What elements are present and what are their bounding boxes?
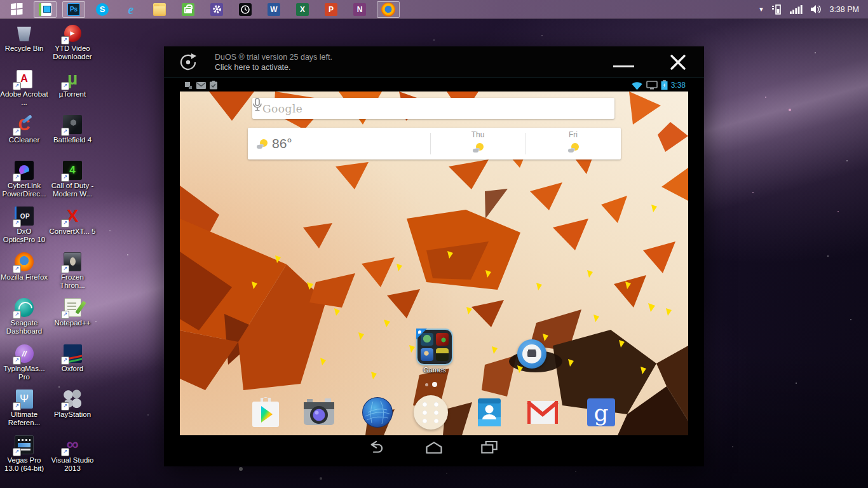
frozen-throne-icon — [62, 252, 83, 272]
playstation-icon — [62, 389, 83, 409]
desktop-icon-powerdirector[interactable]: CyberLink PowerDirec... — [0, 160, 48, 206]
android-wallpaper: Google 86° Thu — [180, 92, 688, 435]
gmail-icon — [526, 395, 560, 430]
dock-gmail[interactable] — [526, 395, 560, 430]
weather-current: 86° — [257, 136, 292, 151]
ccleaner-icon: C — [13, 114, 35, 135]
desktop-icon-seagate[interactable]: Seagate Dashboard — [0, 297, 48, 343]
back-icon[interactable] — [364, 439, 386, 456]
typingmaster-pro-icon: // — [13, 343, 35, 363]
taskbar-internet-explorer-button[interactable]: e — [119, 1, 142, 18]
desktop-icon-visual-studio[interactable]: ∞Visual Studio 2013 — [48, 435, 97, 480]
firefox-icon — [13, 252, 35, 272]
blue-round-app-icon[interactable] — [517, 339, 546, 369]
battery-charging-icon — [661, 80, 668, 90]
start-button[interactable] — [5, 1, 28, 18]
taskbar-file-explorer-button[interactable] — [148, 1, 171, 18]
recents-icon[interactable] — [478, 439, 500, 456]
photoshop-icon: Ps — [67, 3, 80, 16]
desktop-icon-vegas-pro[interactable]: Vegas Pro 13.0 (64-bit) — [0, 435, 48, 480]
play-store-icon — [248, 395, 283, 430]
android-nav-bar — [180, 435, 688, 459]
desktop-icon-typingmaster[interactable]: //TypingMas... Pro — [0, 343, 48, 389]
dock-play-store[interactable] — [248, 395, 283, 430]
call-of-duty-icon: 4 — [62, 160, 83, 180]
system-tray: ▼ 3:38 PM — [759, 4, 868, 15]
battlefield-4-icon — [62, 114, 83, 135]
taskbar-word-button[interactable]: W — [262, 1, 285, 18]
desktop-icon-call-of-duty[interactable]: 4Call of Duty - Modern W... — [48, 160, 97, 206]
android-status-clock: 3:38 — [671, 81, 686, 90]
taskbar-onenote-button[interactable]: N — [348, 1, 371, 18]
clipboard-notification-icon — [210, 81, 217, 90]
desktop-icon-frozen-throne[interactable]: Frozen Thron... — [48, 252, 97, 297]
taskbar-clock[interactable]: 3:38 PM — [829, 5, 859, 14]
dock-google[interactable]: g — [584, 395, 618, 430]
taskbar-settings-button[interactable] — [205, 1, 228, 18]
file-explorer-icon — [153, 3, 166, 16]
rotate-screen-icon[interactable] — [178, 52, 198, 72]
desktop-icon-battlefield-4[interactable]: Battlefield 4 — [48, 114, 97, 160]
duos-emulator-window: DuOS ® trial version 25 days left. Click… — [164, 46, 704, 466]
volume-icon[interactable] — [810, 4, 822, 14]
desktop-icon-oxford[interactable]: Oxford — [48, 343, 97, 389]
taskbar-duos-button[interactable] — [34, 1, 57, 18]
duos-icon — [39, 3, 51, 16]
trial-text-line2: Click here to activate. — [215, 62, 332, 72]
status-notification-icons — [184, 81, 217, 90]
microphone-icon[interactable] — [252, 98, 262, 112]
dock-app-drawer[interactable] — [414, 395, 448, 430]
desktop-icon-firefox[interactable]: Mozilla Firefox — [0, 252, 48, 297]
taskbar-skype-button[interactable]: S — [91, 1, 114, 18]
taskbar-firefox-button[interactable] — [377, 1, 400, 18]
excel-icon: X — [296, 3, 309, 16]
desktop-icon-ccleaner[interactable]: CCCleaner — [0, 114, 48, 160]
desktop-icon-utorrent[interactable]: µµTorrent — [48, 69, 97, 114]
dock-browser[interactable] — [360, 395, 395, 430]
taskbar-powerpoint-button[interactable]: P — [320, 1, 342, 18]
people-icon — [472, 395, 506, 430]
home-icon[interactable] — [423, 439, 445, 456]
partly-cloudy-icon — [473, 143, 484, 152]
convertx-icon: X — [62, 206, 83, 226]
desktop-icon-adobe-acrobat[interactable]: AAdobe Acrobat ... — [0, 69, 48, 114]
dock-people[interactable] — [472, 395, 506, 430]
trial-activation-link[interactable]: DuOS ® trial version 25 days left. Click… — [215, 52, 332, 73]
taskbar-photoshop-button[interactable]: Ps — [62, 1, 85, 18]
taskbar-alarms-button[interactable] — [234, 1, 257, 18]
ytd-video-downloader-icon: ▶ — [62, 23, 83, 43]
dock-camera[interactable] — [302, 395, 336, 430]
google-logo: Google — [262, 102, 302, 115]
android-screen: 3:38 — [180, 79, 688, 459]
partly-cloudy-icon — [257, 139, 268, 149]
taskbar-excel-button[interactable]: X — [291, 1, 314, 18]
games-folder-label: Games — [405, 366, 465, 374]
windows-desktop: Ps S e W X P N ▼ — [0, 0, 868, 488]
desktop-icon-notepad-plus-plus[interactable]: Notepad++ — [48, 297, 97, 343]
hidden-icons-chevron-icon[interactable]: ▼ — [759, 6, 764, 13]
power-battery-icon[interactable] — [771, 4, 782, 15]
desktop-icon-playstation[interactable]: PlayStation — [48, 389, 97, 435]
minimize-button[interactable] — [613, 65, 634, 67]
google-search-icon: g — [584, 395, 618, 430]
close-button[interactable] — [668, 53, 688, 72]
notepad-plus-plus-icon — [62, 297, 83, 318]
google-search-bar[interactable]: Google — [252, 98, 614, 119]
windows-store-icon — [182, 3, 194, 16]
taskbar-windows-store-button[interactable] — [177, 1, 200, 18]
monitor-icon — [646, 81, 658, 90]
desktop-icon-dxo[interactable]: OPDxO OpticsPro 10 — [0, 206, 48, 252]
desktop-icons: Recycle Bin ▶YTD Video Downloader AAdobe… — [0, 23, 97, 480]
svg-text:g: g — [593, 400, 608, 426]
network-signal-icon[interactable] — [790, 4, 803, 14]
desktop-icon-ultimate-reference[interactable]: ΨUltimate Referen... — [0, 389, 48, 435]
desktop-icon-convertx[interactable]: XConvertXT... 5 — [48, 206, 97, 252]
ultimate-reference-icon: Ψ — [13, 389, 35, 409]
desktop-icon-ytd[interactable]: ▶YTD Video Downloader — [48, 23, 97, 69]
status-system-icons: 3:38 — [631, 80, 686, 90]
desktop-icon-recycle-bin[interactable]: Recycle Bin — [0, 23, 48, 69]
wifi-icon — [631, 81, 643, 90]
games-folder[interactable] — [417, 330, 452, 364]
weather-widget[interactable]: 86° Thu Fri — [248, 128, 621, 159]
windows-start-icon — [11, 3, 23, 15]
